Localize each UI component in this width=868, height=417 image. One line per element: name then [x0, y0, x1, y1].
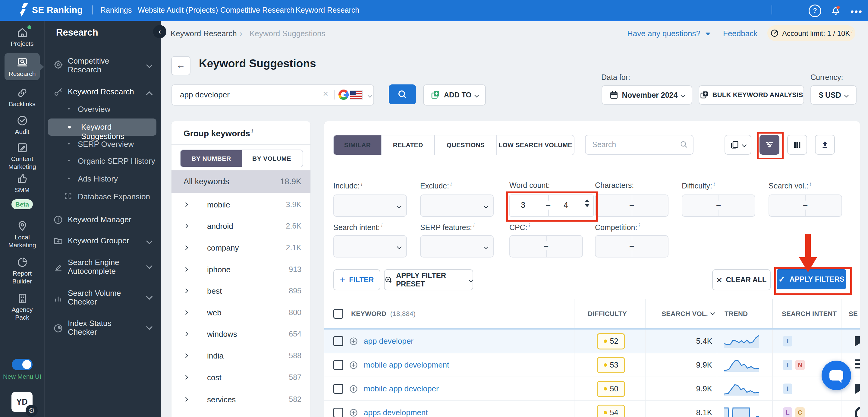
- header-keyword[interactable]: KEYWORD (18,884): [324, 299, 574, 328]
- more-menu-icon[interactable]: •••: [850, 7, 863, 17]
- panel-item-keyword-research[interactable]: Keyword Research: [68, 87, 134, 96]
- apply-filter-preset-button[interactable]: APPLY FILTER PRESET: [384, 269, 473, 290]
- results-search-input[interactable]: [592, 136, 677, 153]
- copy-keywords-button[interactable]: [724, 135, 751, 155]
- panel-item-search-engine-autocomplete[interactable]: Search EngineAutocomplete: [68, 258, 119, 276]
- feedback-link[interactable]: Feedback: [723, 29, 757, 38]
- back-button[interactable]: ←: [171, 56, 190, 76]
- filter-search-intent-select[interactable]: [333, 235, 407, 258]
- help-icon[interactable]: ?: [809, 4, 821, 17]
- group-item[interactable]: services582: [172, 389, 310, 410]
- filter-serp-features-select[interactable]: [420, 235, 494, 258]
- panel-item-search-volume-checker[interactable]: Search VolumeChecker: [68, 289, 121, 306]
- sidebar-item-research[interactable]: Research: [0, 57, 44, 78]
- keyword-link[interactable]: mobile app development: [364, 360, 449, 370]
- group-item[interactable]: mobile3.9K: [172, 194, 310, 216]
- add-filter-button[interactable]: + FILTER: [333, 269, 380, 290]
- group-item[interactable]: web800: [172, 302, 310, 324]
- tab-by-volume[interactable]: BY VOLUME: [242, 150, 301, 167]
- keyword-link[interactable]: app developer: [364, 336, 413, 346]
- group-item[interactable]: india588: [172, 345, 310, 367]
- chevron-down-icon[interactable]: [146, 324, 153, 330]
- export-button[interactable]: [815, 135, 835, 155]
- us-flag-icon[interactable]: [350, 90, 363, 99]
- tab-low-search-volume[interactable]: LOW SEARCH VOLUME: [496, 136, 574, 155]
- header-trend[interactable]: TREND: [717, 299, 772, 328]
- select-all-checkbox[interactable]: [333, 309, 343, 319]
- have-questions-link[interactable]: Have any questions?: [627, 29, 710, 38]
- sidebar-item-agency-pack[interactable]: AgencyPack: [0, 293, 44, 321]
- sidebar-item-audit[interactable]: Audit: [0, 115, 44, 136]
- notifications-bell-icon[interactable]: [830, 4, 842, 16]
- nav-rankings[interactable]: Rankings: [100, 6, 132, 14]
- panel-item-competitive-research[interactable]: CompetitiveResearch: [68, 57, 109, 74]
- chevron-down-icon[interactable]: [146, 293, 153, 300]
- nav-keyword-research[interactable]: Keyword Research: [296, 6, 359, 14]
- group-item[interactable]: android2.6K: [172, 216, 310, 237]
- keyword-link[interactable]: apps development: [364, 408, 428, 417]
- group-item[interactable]: best895: [172, 280, 310, 302]
- panel-collapse-button[interactable]: ‹: [153, 25, 166, 38]
- date-selector[interactable]: November 2024: [601, 85, 692, 105]
- word-count-min[interactable]: 3: [521, 201, 525, 210]
- add-circle-icon[interactable]: [349, 360, 358, 370]
- panel-subitem-ads-history[interactable]: Ads History: [78, 174, 118, 184]
- keyword-link[interactable]: mobile app developer: [364, 384, 439, 393]
- chevron-up-icon[interactable]: [146, 91, 153, 98]
- filter-word-count-range[interactable]: 3 – 4: [509, 195, 594, 217]
- tab-related[interactable]: RELATED: [381, 136, 434, 155]
- columns-button[interactable]: [787, 135, 807, 155]
- chevron-down-icon[interactable]: [146, 263, 153, 269]
- group-item[interactable]: windows654: [172, 324, 310, 345]
- sidebar-item-report-builder[interactable]: ReportBuilder: [0, 256, 44, 285]
- sidebar-item-local-marketing[interactable]: LocalMarketing: [0, 220, 44, 249]
- add-circle-icon[interactable]: [349, 384, 358, 394]
- tab-by-number[interactable]: BY NUMBER: [181, 150, 242, 167]
- bulk-keyword-analysis-button[interactable]: BULK KEYWORD ANALYSIS: [699, 85, 804, 105]
- search-button[interactable]: [389, 84, 416, 104]
- filter-characters-range[interactable]: –: [595, 195, 669, 217]
- group-item[interactable]: iphone913: [172, 259, 310, 280]
- panel-item-keyword-manager[interactable]: Keyword Manager: [68, 215, 131, 224]
- panel-item-keyword-grouper[interactable]: Keyword Grouper: [68, 236, 129, 245]
- sidebar-item-content-marketing[interactable]: ContentMarketing: [0, 142, 44, 171]
- settings-gear-icon[interactable]: ⚙: [26, 405, 38, 417]
- breadcrumb-parent[interactable]: Keyword Research: [170, 29, 237, 38]
- sidebar-item-smm[interactable]: SMM: [0, 173, 44, 194]
- search-engine-chevron-icon[interactable]: [368, 93, 372, 98]
- row-checkbox[interactable]: [333, 408, 343, 417]
- chevron-down-icon[interactable]: [146, 238, 153, 244]
- currency-selector[interactable]: $ USD: [810, 85, 857, 105]
- filter-include-select[interactable]: [333, 195, 407, 217]
- new-menu-ui-toggle[interactable]: [12, 359, 33, 370]
- add-circle-icon[interactable]: [349, 336, 358, 346]
- panel-subitem-keyword-suggestions-selected[interactable]: Keyword Suggestions: [48, 119, 156, 136]
- chevron-down-icon[interactable]: [146, 62, 153, 68]
- panel-item-index-status-checker[interactable]: Index StatusChecker: [68, 319, 112, 336]
- tab-similar[interactable]: SIMILAR: [334, 136, 381, 155]
- tab-questions[interactable]: QUESTIONS: [434, 136, 496, 155]
- nav-website-audit[interactable]: Website Audit (Projects): [138, 6, 218, 14]
- stepper-icon[interactable]: [585, 199, 590, 207]
- chat-support-button[interactable]: [822, 361, 851, 390]
- clear-all-button[interactable]: × CLEAR ALL: [712, 269, 771, 290]
- row-checkbox[interactable]: [333, 336, 343, 346]
- filter-difficulty-range[interactable]: –: [682, 195, 755, 217]
- panel-subitem-overview[interactable]: Overview: [78, 105, 110, 114]
- filter-search-vol-range[interactable]: –: [769, 195, 842, 217]
- clear-input-icon[interactable]: ×: [323, 89, 328, 99]
- panel-subitem-organic-serp-history[interactable]: Organic SERP History: [78, 156, 155, 166]
- filter-exclude-select[interactable]: [420, 195, 494, 217]
- keyword-search-input[interactable]: [179, 85, 307, 104]
- group-item[interactable]: company2.1K: [172, 237, 310, 259]
- brand-name[interactable]: SE Ranking: [32, 5, 83, 15]
- panel-subitem-serp-overview[interactable]: SERP Overview: [78, 140, 134, 149]
- row-checkbox[interactable]: [333, 360, 343, 370]
- add-to-button[interactable]: ADD TO: [423, 84, 486, 106]
- header-search-intent[interactable]: SEARCH INTENT: [772, 299, 841, 328]
- filter-competition-range[interactable]: –: [595, 235, 669, 258]
- group-item[interactable]: cost587: [172, 367, 310, 388]
- filter-cpc-range[interactable]: –: [509, 235, 583, 258]
- header-difficulty[interactable]: DIFFICULTY: [574, 299, 645, 328]
- word-count-max[interactable]: 4: [564, 201, 568, 210]
